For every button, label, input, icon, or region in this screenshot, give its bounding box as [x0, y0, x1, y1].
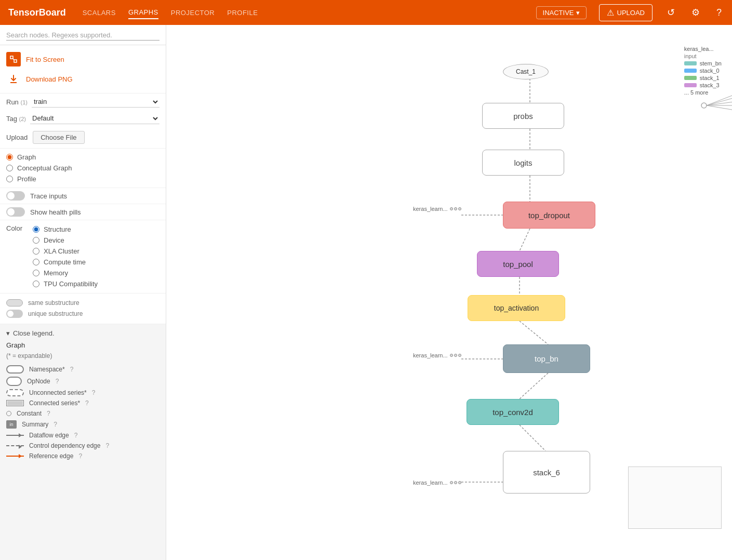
unconnected-shape: [6, 389, 24, 396]
cast1-node[interactable]: Cast_1: [503, 64, 549, 79]
show-health-pills-row[interactable]: Show health pills: [0, 204, 166, 220]
namespace-help-icon[interactable]: ?: [70, 366, 74, 373]
opnode-label: OpNode: [27, 378, 50, 385]
trace-inputs-toggle[interactable]: [6, 191, 25, 201]
xla-label[interactable]: XLA Cluster: [44, 247, 79, 255]
nav-graphs[interactable]: GRAPHS: [128, 6, 158, 19]
svg-line-7: [520, 229, 530, 251]
tpu-radio[interactable]: [33, 281, 39, 287]
structure-radio[interactable]: [33, 226, 39, 233]
input-label: input: [684, 53, 697, 59]
graph-canvas[interactable]: Cast_1 probs logits keras_learn...: [166, 25, 732, 560]
legend-constant-row: Constant ?: [6, 408, 159, 419]
profile-radio-row[interactable]: Profile: [6, 174, 159, 184]
device-option[interactable]: Device: [33, 235, 98, 245]
top-dropout-node[interactable]: top_dropout: [503, 202, 595, 229]
legend-namespace-row: Namespace* ?: [6, 364, 159, 375]
logits-node[interactable]: logits: [482, 150, 564, 176]
unconnected-help-icon[interactable]: ?: [92, 389, 96, 396]
compute-label[interactable]: Compute time: [44, 258, 86, 266]
profile-radio-label[interactable]: Profile: [17, 175, 36, 183]
same-substruct-row: same substructure: [6, 298, 159, 308]
graph-radio-label[interactable]: Graph: [17, 153, 36, 161]
nav-scalars[interactable]: SCALARS: [83, 7, 116, 19]
tpu-label[interactable]: TPU Compatibility: [44, 280, 98, 288]
legend-opnode-row: OpNode ?: [6, 375, 159, 388]
graph-radio-row[interactable]: Graph: [6, 152, 159, 163]
top-activation-node[interactable]: top_activation: [468, 295, 565, 321]
download-png-label: Download PNG: [26, 75, 73, 83]
memory-option[interactable]: Memory: [33, 268, 98, 278]
same-substruct-label: same substructure: [28, 299, 79, 306]
top-pool-node[interactable]: top_pool: [477, 251, 559, 277]
unique-substruct-toggle[interactable]: [6, 310, 23, 318]
control-help-icon[interactable]: ?: [105, 442, 109, 449]
status-selector[interactable]: INACTIVE ▾: [536, 6, 587, 19]
conceptual-graph-radio[interactable]: [6, 165, 13, 171]
mini-legend-stem-bn: stem_bn: [684, 60, 722, 66]
xla-option[interactable]: XLA Cluster: [33, 246, 98, 256]
device-label[interactable]: Device: [44, 236, 64, 244]
substructure-section: same substructure unique substructure: [0, 294, 166, 324]
minimap[interactable]: [628, 466, 722, 529]
profile-radio[interactable]: [6, 176, 13, 182]
mini-legend-stack3: stack_3: [684, 82, 722, 88]
tag-select[interactable]: Default: [30, 113, 159, 124]
legend-dataflow-row: Dataflow edge ?: [6, 430, 159, 441]
fit-to-screen-row[interactable]: Fit to Screen: [6, 49, 159, 69]
color-label: Color: [6, 224, 22, 232]
nav-projector[interactable]: PROJECTOR: [171, 7, 215, 19]
compute-option[interactable]: Compute time: [33, 257, 98, 267]
opnode-help-icon[interactable]: ?: [56, 378, 59, 385]
tag-label: Tag (2): [6, 115, 26, 123]
legend-close-header[interactable]: ▾ Close legend.: [6, 329, 159, 337]
top-bn-node[interactable]: top_bn: [503, 344, 590, 373]
show-health-pills-toggle[interactable]: [6, 207, 25, 217]
probs-node[interactable]: probs: [482, 103, 564, 129]
device-radio[interactable]: [33, 237, 39, 244]
conceptual-graph-radio-row[interactable]: Conceptual Graph: [6, 163, 159, 174]
stem-bn-label: stem_bn: [700, 60, 722, 66]
constant-help-icon[interactable]: ?: [47, 410, 50, 417]
svg-line-2: [13, 59, 14, 60]
structure-option[interactable]: Structure: [33, 224, 98, 234]
run-select[interactable]: train: [32, 96, 159, 108]
compute-radio[interactable]: [33, 259, 39, 265]
choose-file-button[interactable]: Choose File: [33, 131, 84, 144]
keras-connector-3: keras_learn...: [413, 479, 461, 486]
memory-radio[interactable]: [33, 270, 39, 276]
svg-line-10: [520, 373, 548, 399]
dataflow-help-icon[interactable]: ?: [74, 432, 78, 439]
control-shape: [6, 445, 24, 446]
connected-help-icon[interactable]: ?: [85, 399, 89, 407]
memory-label[interactable]: Memory: [44, 269, 68, 277]
structure-label[interactable]: Structure: [44, 225, 71, 233]
mini-legend-stack1: stack_1: [684, 75, 722, 81]
settings-button[interactable]: ⚙: [689, 5, 702, 20]
reference-help-icon[interactable]: ?: [78, 452, 82, 460]
svg-line-19: [707, 105, 732, 113]
conceptual-graph-radio-label[interactable]: Conceptual Graph: [17, 164, 72, 172]
graph-main[interactable]: Cast_1 probs logits keras_learn...: [166, 25, 732, 560]
upload-icon: ⚠: [607, 8, 614, 18]
trace-inputs-row[interactable]: Trace inputs: [0, 188, 166, 204]
summary-help-icon[interactable]: ?: [54, 421, 57, 428]
search-input[interactable]: [6, 30, 159, 41]
connected-shape: [6, 400, 24, 406]
stack6-node[interactable]: stack_6: [503, 451, 590, 494]
download-png-row[interactable]: Download PNG: [6, 69, 159, 89]
dataflow-label: Dataflow edge: [29, 432, 69, 439]
graph-radio[interactable]: [6, 154, 13, 161]
refresh-button[interactable]: ↺: [665, 5, 677, 20]
legend-reference-row: Reference edge ?: [6, 451, 159, 461]
reference-label: Reference edge: [29, 452, 73, 460]
nav-profile[interactable]: PROFILE: [227, 7, 258, 19]
upload-button[interactable]: ⚠ UPLOAD: [599, 4, 653, 21]
tpu-option[interactable]: TPU Compatibility: [33, 279, 98, 289]
help-button[interactable]: ?: [714, 5, 724, 20]
svg-line-9: [520, 321, 548, 344]
upload-section: Upload Choose File: [0, 127, 166, 149]
unconnected-label: Unconnected series*: [29, 389, 87, 396]
top-conv2d-node[interactable]: top_conv2d: [467, 399, 559, 425]
xla-radio[interactable]: [33, 248, 39, 255]
